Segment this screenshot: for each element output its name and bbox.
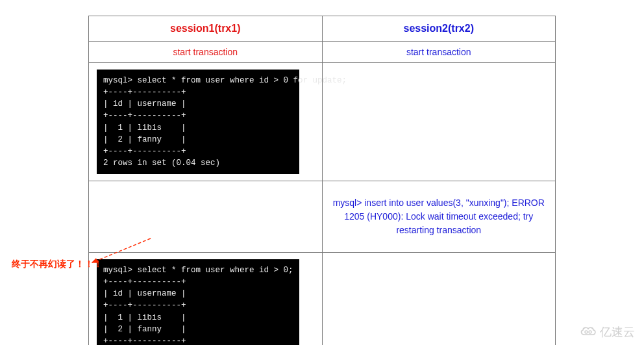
cell-empty-1 bbox=[322, 63, 556, 181]
watermark: 亿速云 bbox=[579, 324, 635, 340]
watermark-text: 亿速云 bbox=[600, 324, 635, 340]
cell-start-transaction-2: start transaction bbox=[322, 42, 556, 63]
svg-point-1 bbox=[585, 331, 588, 333]
transaction-comparison-table: session1(trx1) session2(trx2) start tran… bbox=[88, 16, 556, 345]
annotation-no-phantom-read: 终于不再幻读了！！！ bbox=[12, 259, 103, 270]
cell-empty-3 bbox=[322, 253, 556, 346]
terminal-output-1: mysql> select * from user where id > 0 f… bbox=[97, 70, 299, 174]
header-session2: session2(trx2) bbox=[322, 16, 556, 42]
header-session1: session1(trx1) bbox=[89, 16, 323, 42]
cell-terminal-select-insert: mysql> select * from user where id > 0; … bbox=[89, 253, 323, 346]
cell-insert-error: mysql> insert into user values(3, "xunxi… bbox=[322, 181, 556, 253]
cell-terminal-select-for-update: mysql> select * from user where id > 0 f… bbox=[89, 63, 323, 181]
cell-empty-2 bbox=[89, 181, 323, 253]
terminal-output-2: mysql> select * from user where id > 0; … bbox=[97, 259, 299, 345]
cloud-icon bbox=[579, 326, 597, 339]
cell-start-transaction-1: start transaction bbox=[89, 42, 323, 63]
svg-point-2 bbox=[589, 331, 591, 333]
